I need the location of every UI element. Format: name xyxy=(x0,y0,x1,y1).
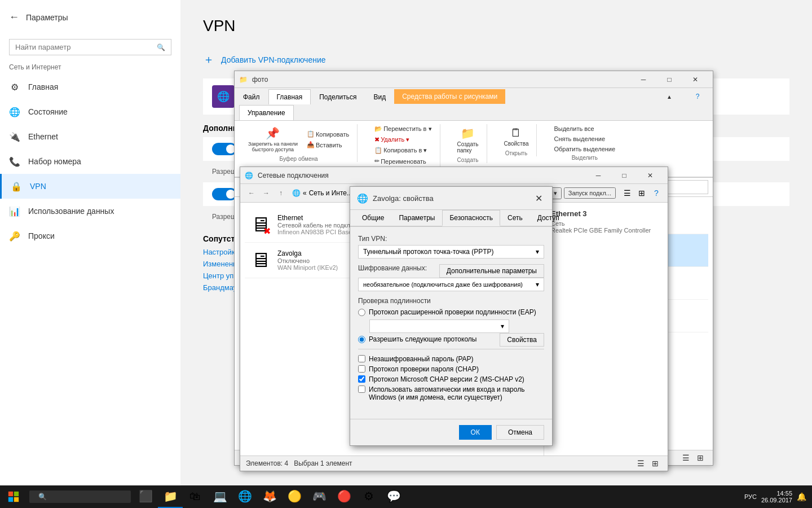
select-all-button[interactable]: Выделить все xyxy=(550,124,619,133)
eap-select[interactable]: ▾ xyxy=(369,319,509,333)
search-input[interactable] xyxy=(15,43,157,51)
dialog-close-button[interactable]: ✕ xyxy=(532,191,545,205)
taskbar-lang: РУС xyxy=(744,493,757,500)
checkbox-chap-input[interactable] xyxy=(358,365,365,373)
sidebar-item-proxy[interactable]: 🔑 Прокси xyxy=(0,224,180,248)
advanced-params-button[interactable]: Дополнительные параметры xyxy=(439,264,544,278)
net-forward-arrow[interactable]: → xyxy=(259,186,273,200)
search-icon: 🔍 xyxy=(157,43,165,51)
encryption-select[interactable]: необязательное (подключиться даже без ши… xyxy=(358,278,544,291)
tab-share[interactable]: Поделиться xyxy=(311,89,365,104)
tab-security[interactable]: Безопасность xyxy=(442,210,500,226)
net-list-view-btn[interactable]: ☰ xyxy=(634,458,647,469)
tab-home[interactable]: Главная xyxy=(268,89,311,104)
taskbar-app-opera[interactable]: 🔴 xyxy=(332,485,356,508)
eap-properties-button[interactable]: Свойства xyxy=(500,333,544,347)
taskbar-app-ie[interactable]: 🌐 xyxy=(232,485,257,508)
taskbar: 🔍 ⬛ 📁 🛍 💻 🌐 🦊 🟡 🎮 🔴 ⚙ 💬 РУС 14:55 26.09.… xyxy=(0,485,812,508)
net-maximize-btn[interactable]: □ xyxy=(611,167,637,184)
delete-button[interactable]: ✖ Удалить ▾ xyxy=(371,135,435,144)
net-close-btn[interactable]: ✕ xyxy=(637,167,663,184)
taskbar-search-box[interactable]: 🔍 xyxy=(29,491,131,503)
dialog-title: Zavolga: свойства xyxy=(373,194,434,203)
taskbar-task-view[interactable]: ⬛ xyxy=(133,485,158,508)
ok-button[interactable]: ОК xyxy=(459,425,492,440)
checkbox-pap-input[interactable] xyxy=(358,355,365,362)
ribbon-help-btn[interactable]: ? xyxy=(685,88,710,105)
back-icon[interactable]: ← xyxy=(9,11,19,23)
taskbar-app-games[interactable]: 🎮 xyxy=(307,485,332,508)
ribbon-min-btn[interactable]: ▲ xyxy=(656,88,682,105)
dialog-title-icon: 🌐 xyxy=(357,193,368,204)
ethernet-icon: 🔌 xyxy=(9,131,20,142)
taskbar-app-explorer[interactable]: 📁 xyxy=(158,485,183,508)
settings-category: Сеть и Интернет xyxy=(0,60,180,75)
tab-file[interactable]: Файл xyxy=(235,89,268,104)
minimize-button[interactable]: ─ xyxy=(630,71,656,88)
properties-icon: 🗒 xyxy=(510,126,522,139)
net-minimize-btn[interactable]: ─ xyxy=(585,167,611,184)
grid-view-button[interactable]: ⊞ xyxy=(694,452,707,463)
tab-general[interactable]: Общие xyxy=(355,210,391,226)
paste-button[interactable]: 📥 Вставить xyxy=(303,140,352,150)
maximize-button[interactable]: □ xyxy=(656,71,682,88)
net-help-btn[interactable]: ? xyxy=(650,187,663,199)
sidebar-item-dialup[interactable]: 📞 Набор номера xyxy=(0,149,180,174)
dialog-titlebar: 🌐 Zavolga: свойства ✕ xyxy=(350,187,552,210)
copy-button[interactable]: 📋 Копировать xyxy=(303,129,352,139)
tab-access[interactable]: Доступ xyxy=(530,210,567,226)
notifications-icon[interactable]: 🔔 xyxy=(797,492,806,501)
select-chevron: ▾ xyxy=(536,248,539,256)
taskbar-app-chat[interactable]: 💬 xyxy=(381,485,406,508)
tab-view[interactable]: Вид xyxy=(365,89,394,104)
taskbar-app-yandex[interactable]: 🟡 xyxy=(282,485,307,508)
taskbar-app-store[interactable]: 🛍 xyxy=(183,485,208,508)
taskbar-app-firefox[interactable]: 🦊 xyxy=(257,485,282,508)
deselect-button[interactable]: Снять выделение xyxy=(550,134,619,143)
toggle-1[interactable] xyxy=(212,143,237,155)
net-up-arrow[interactable]: ↑ xyxy=(274,186,288,200)
add-vpn-button[interactable]: ＋ Добавить VPN-подключение xyxy=(203,46,789,73)
tab-picture-tools[interactable]: Средства работы с рисунками xyxy=(394,89,505,104)
net-title: Сетевые подключения xyxy=(258,172,329,179)
net-ethernet-error-icon: ✖ xyxy=(263,226,271,237)
sidebar-item-vpn[interactable]: 🔒 VPN xyxy=(0,174,180,199)
tab-manage[interactable]: Управление xyxy=(239,105,294,120)
net-status-bar: Элементов: 4 Выбран 1 элемент ☰ ⊞ xyxy=(240,456,668,471)
ribbon-group-clipboard: 📌 Закрепить на панелибыстрого доступа 📋 … xyxy=(240,124,358,162)
net-grid-view-btn[interactable]: ⊞ xyxy=(648,458,662,469)
move-to-button[interactable]: 📂 Переместить в ▾ xyxy=(371,124,435,134)
invert-selection-button[interactable]: Обратить выделение xyxy=(550,144,619,154)
net-back-arrow[interactable]: ← xyxy=(245,186,258,200)
start-button[interactable] xyxy=(0,485,27,508)
sidebar-item-ethernet[interactable]: 🔌 Ethernet xyxy=(0,124,180,149)
cancel-button[interactable]: Отмена xyxy=(496,425,544,440)
pin-button[interactable]: 📌 Закрепить на панелибыстрого доступа xyxy=(245,124,301,155)
tab-params[interactable]: Параметры xyxy=(391,210,442,226)
net-connections-title-area: 🌐 Сетевые подключения xyxy=(245,172,329,179)
taskbar-app-terminal[interactable]: 💻 xyxy=(208,485,232,508)
rename-button[interactable]: ✏ Переименовать xyxy=(371,156,435,166)
checkbox-pap: Незашифрованный пароль (PAP) xyxy=(358,355,544,363)
net-list-btn[interactable]: ☰ xyxy=(620,187,634,199)
properties-button[interactable]: 🗒 Свойства xyxy=(501,124,532,149)
sidebar-item-home[interactable]: ⚙ Главная xyxy=(0,75,180,99)
radio-protocols[interactable] xyxy=(358,336,365,343)
net-launch-btn[interactable]: Запуск подкл... xyxy=(564,187,616,199)
vpn-type-select[interactable]: Туннельный протокол точка-точка (PPTP) ▾ xyxy=(358,245,544,259)
taskbar-app-settings[interactable]: ⚙ xyxy=(356,485,381,508)
sidebar-item-data-usage[interactable]: 📊 Использование данных xyxy=(0,199,180,224)
checkbox-mschapv2-input[interactable] xyxy=(358,375,365,383)
tab-network[interactable]: Сеть xyxy=(500,210,530,226)
checkbox-auto-login-input[interactable] xyxy=(358,386,365,393)
close-button[interactable]: ✕ xyxy=(682,71,708,88)
sidebar-item-state[interactable]: 🌐 Состояние xyxy=(0,99,180,124)
net-detail-btn[interactable]: ⊞ xyxy=(635,187,648,199)
settings-search-box[interactable]: 🔍 xyxy=(9,39,171,55)
vpn-type-label: Тип VPN: xyxy=(358,235,544,243)
toggle-2[interactable] xyxy=(212,188,237,200)
copy-to-button[interactable]: 📋 Копировать в ▾ xyxy=(371,146,435,155)
list-view-button[interactable]: ☰ xyxy=(679,452,692,463)
new-folder-button[interactable]: 📁 Создатьпапку xyxy=(454,124,482,156)
radio-eap[interactable] xyxy=(358,309,365,316)
